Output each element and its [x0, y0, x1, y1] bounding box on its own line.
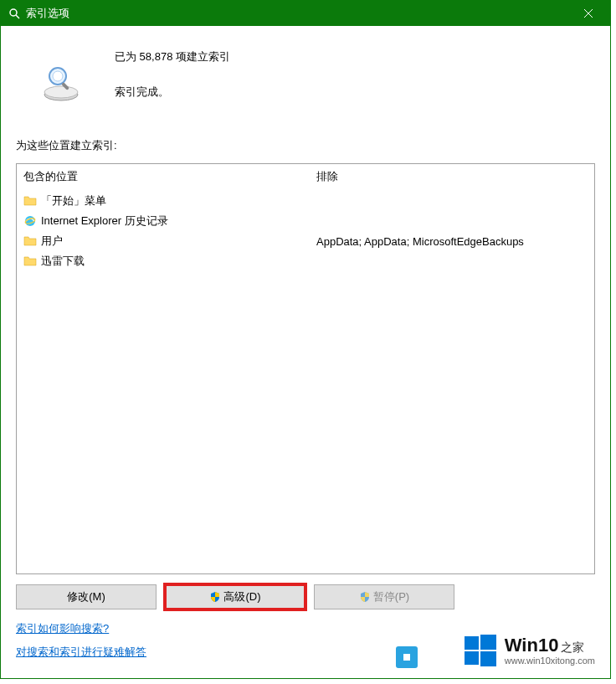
svg-rect-11	[465, 636, 479, 650]
folder-icon	[23, 194, 37, 208]
watermark-url: www.win10xitong.com	[505, 656, 595, 666]
watermark-badge-icon	[396, 646, 418, 668]
folder-icon	[23, 255, 37, 268]
app-icon	[8, 7, 21, 20]
title-bar: 索引选项	[1, 1, 610, 26]
pause-button: 暂停(P)	[314, 584, 454, 609]
windows-logo-icon	[463, 633, 498, 668]
button-label: 修改(M)	[67, 589, 105, 604]
list-item[interactable]: Internet Explorer 历史记录	[23, 211, 303, 231]
indexed-count-text: 已为 58,878 项建立索引	[115, 49, 230, 64]
svg-line-1	[16, 15, 19, 18]
exclude-value	[316, 251, 588, 271]
close-button[interactable]	[569, 1, 607, 26]
svg-rect-14	[480, 651, 496, 666]
folder-icon	[23, 234, 37, 248]
status-text: 已为 58,878 项建立索引 索引完成。	[115, 43, 230, 100]
status-row: 已为 58,878 项建立索引 索引完成。	[16, 43, 595, 105]
indexed-locations-list[interactable]: 包含的位置 「开始」菜单 Internet Explorer 历史记录	[16, 163, 595, 574]
button-label: 暂停(P)	[373, 589, 409, 604]
svg-rect-13	[465, 651, 479, 665]
shield-icon	[359, 591, 371, 603]
advanced-button[interactable]: 高级(D)	[165, 584, 305, 609]
watermark-suffix: 之家	[561, 640, 584, 654]
excluded-column: 排除 AppData; AppData; MicrosoftEdgeBackup…	[310, 164, 594, 573]
list-item[interactable]: 「开始」菜单	[23, 191, 303, 211]
window-title: 索引选项	[26, 6, 569, 21]
list-item[interactable]: 迅雷下载	[23, 251, 303, 271]
how-indexing-link[interactable]: 索引如何影响搜索?	[16, 621, 109, 636]
ie-icon	[23, 214, 37, 228]
index-complete-text: 索引完成。	[115, 85, 230, 100]
modify-button[interactable]: 修改(M)	[16, 584, 157, 609]
item-label: Internet Explorer 历史记录	[41, 213, 168, 229]
svg-rect-12	[480, 635, 496, 650]
magnifier-drive-icon	[41, 64, 81, 105]
exclude-value	[316, 211, 588, 231]
item-label: 迅雷下载	[41, 254, 85, 269]
item-label: 用户	[41, 234, 63, 249]
locations-label: 为这些位置建立索引:	[16, 138, 595, 153]
svg-point-5	[44, 86, 78, 98]
svg-point-7	[53, 71, 63, 81]
watermark-text: Win10之家 www.win10xitong.com	[505, 635, 595, 666]
included-column: 包含的位置 「开始」菜单 Internet Explorer 历史记录	[17, 164, 310, 573]
indexing-options-window: 索引选项 已为 58,878 项建立索引 索引完成。	[0, 0, 611, 679]
troubleshoot-link[interactable]: 对搜索和索引进行疑难解答	[16, 645, 146, 660]
watermark-brand: Win10	[505, 635, 559, 656]
item-label: 「开始」菜单	[41, 193, 106, 208]
exclude-value	[316, 191, 588, 211]
svg-point-0	[10, 9, 17, 16]
button-row: 修改(M) 高级(D)	[16, 584, 595, 609]
button-label: 高级(D)	[223, 589, 260, 604]
content-area: 已为 58,878 项建立索引 索引完成。 为这些位置建立索引: 包含的位置 「…	[1, 26, 610, 678]
included-header: 包含的位置	[23, 169, 303, 184]
shield-icon	[209, 591, 221, 603]
excluded-header: 排除	[316, 169, 588, 184]
list-item[interactable]: 用户	[23, 231, 303, 251]
watermark: Win10之家 www.win10xitong.com	[463, 633, 595, 668]
exclude-value: AppData; AppData; MicrosoftEdgeBackups	[316, 231, 588, 251]
